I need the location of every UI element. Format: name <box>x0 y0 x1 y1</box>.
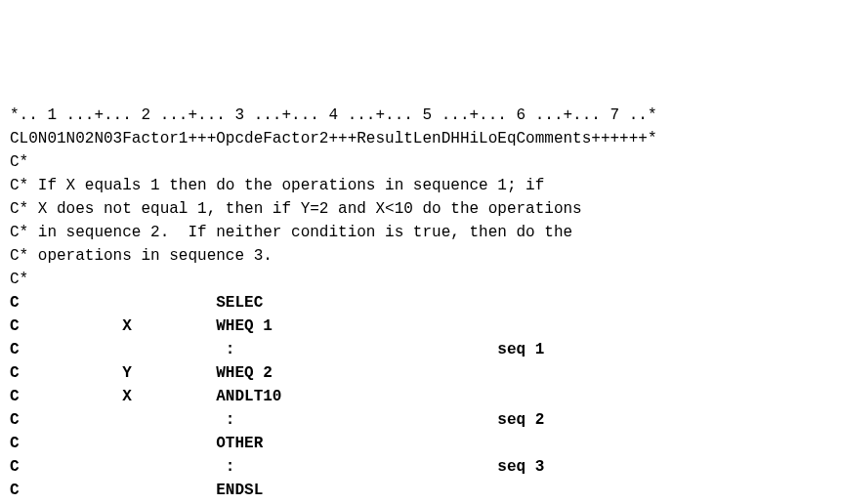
code-line-15: C : seq 3 <box>10 455 831 479</box>
code-line-10: C : seq 1 <box>10 338 831 361</box>
code-line-4: C* X does not equal 1, then if Y=2 and X… <box>10 197 831 221</box>
code-line-11: C Y WHEQ 2 <box>10 361 831 385</box>
code-line-7: C* <box>10 268 831 291</box>
code-line-9: C X WHEQ 1 <box>10 315 831 338</box>
code-line-3: C* If X equals 1 then do the operations … <box>10 174 831 197</box>
code-line-16: C ENDSL <box>10 479 831 502</box>
code-listing: *.. 1 ...+... 2 ...+... 3 ...+... 4 ...+… <box>10 104 831 504</box>
code-line-12: C X ANDLT10 <box>10 385 831 408</box>
code-line-14: C OTHER <box>10 432 831 455</box>
code-line-8: C SELEC <box>10 291 831 315</box>
code-line-6: C* operations in sequence 3. <box>10 244 831 268</box>
code-line-13: C : seq 2 <box>10 408 831 432</box>
code-line-5: C* in sequence 2. If neither condition i… <box>10 221 831 244</box>
code-line-2: C* <box>10 150 831 174</box>
code-line-0: *.. 1 ...+... 2 ...+... 3 ...+... 4 ...+… <box>10 104 831 127</box>
code-line-1: CL0N01N02N03Factor1+++OpcdeFactor2+++Res… <box>10 127 831 150</box>
